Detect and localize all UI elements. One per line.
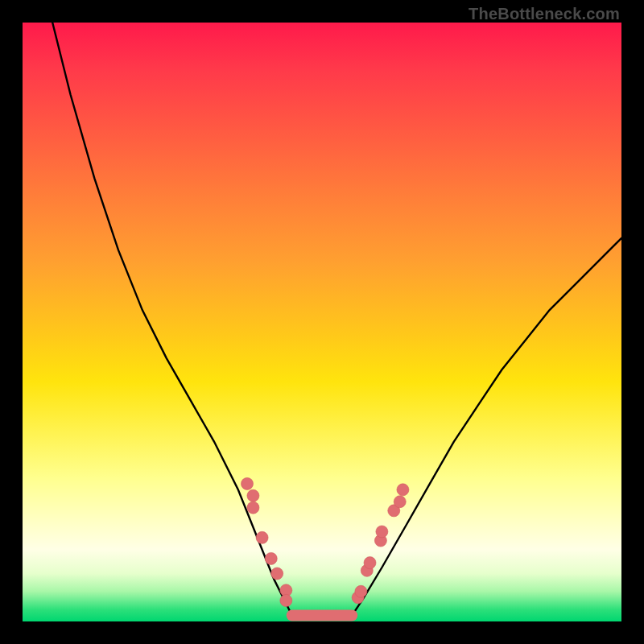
- data-marker: [376, 526, 388, 538]
- curve-left: [52, 23, 292, 616]
- curve-group: [52, 23, 621, 616]
- data-marker: [247, 502, 259, 514]
- marker-group-left: [242, 477, 292, 606]
- data-marker: [364, 557, 376, 569]
- chart-frame: TheBottleneck.com: [0, 0, 644, 644]
- data-marker: [280, 594, 292, 606]
- watermark-text: TheBottleneck.com: [469, 5, 620, 23]
- data-marker: [256, 531, 268, 543]
- data-marker: [265, 552, 277, 564]
- chart-overlay: [23, 23, 621, 621]
- data-marker: [394, 496, 406, 508]
- data-marker: [242, 477, 254, 489]
- marker-group-right: [352, 484, 409, 604]
- data-marker: [397, 484, 409, 496]
- data-marker: [247, 489, 259, 502]
- curve-right: [352, 238, 621, 616]
- data-marker: [355, 585, 367, 597]
- data-marker: [271, 568, 283, 580]
